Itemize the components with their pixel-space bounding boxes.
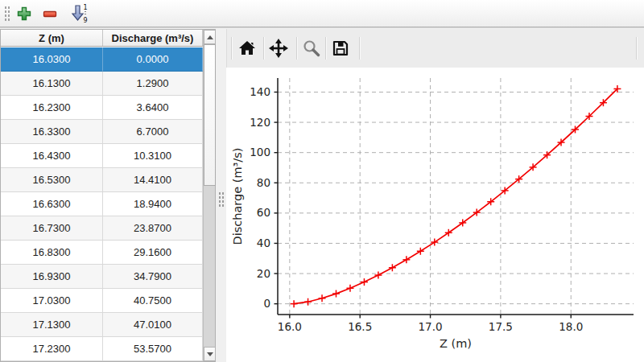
table-cell[interactable]: 53.5700 (103, 337, 203, 361)
toolbar-drag-handle[interactable] (4, 6, 10, 23)
remove-row-button[interactable] (39, 2, 61, 25)
scrollbar-thumb[interactable] (204, 44, 216, 186)
pan-icon (268, 38, 289, 59)
svg-text:16.5: 16.5 (348, 320, 372, 333)
magnifier-icon (302, 39, 321, 58)
zoom-button[interactable] (299, 35, 324, 61)
scroll-up-button[interactable] (204, 30, 216, 44)
table-cell[interactable]: 16.6300 (1, 192, 103, 216)
table-cell[interactable]: 16.8300 (1, 241, 103, 265)
plot-panel: 16.016.517.017.518.0020406080100120140Z … (226, 29, 644, 362)
table-row[interactable]: 16.930034.7900 (1, 265, 203, 289)
save-button[interactable] (328, 35, 353, 61)
table-cell[interactable]: 1.2900 (103, 72, 203, 96)
table-row[interactable]: 16.730023.8700 (1, 216, 203, 241)
svg-text:17.0: 17.0 (419, 320, 443, 333)
rating-curve-chart[interactable]: 16.016.517.017.518.0020406080100120140Z … (226, 68, 644, 362)
svg-text:100: 100 (250, 146, 270, 158)
table-scrollbar[interactable] (203, 30, 215, 361)
table-cell[interactable]: 0.0000 (103, 47, 203, 72)
table-row[interactable]: 17.030040.7500 (1, 289, 203, 313)
svg-text:9: 9 (83, 17, 87, 23)
table-cell[interactable]: 29.1600 (103, 241, 203, 265)
svg-text:0: 0 (263, 297, 270, 310)
table-cell[interactable]: 16.5300 (1, 168, 103, 192)
table-cell[interactable]: 17.0300 (1, 289, 103, 313)
table-row[interactable]: 16.13001.2900 (1, 72, 203, 96)
plus-icon (16, 6, 32, 22)
table-cell[interactable]: 16.2300 (1, 96, 103, 120)
scroll-down-button[interactable] (204, 347, 216, 361)
plot-toolbar (226, 29, 644, 68)
table-cell[interactable]: 3.6400 (103, 96, 203, 120)
table-row[interactable]: 17.130047.0100 (1, 313, 203, 337)
table-cell[interactable]: 14.4100 (103, 168, 203, 192)
table-cell[interactable]: 10.3100 (103, 144, 203, 168)
add-row-button[interactable] (13, 2, 35, 25)
home-button[interactable] (234, 35, 260, 61)
panel-splitter[interactable] (216, 29, 226, 362)
table-cell[interactable]: 16.4300 (1, 144, 103, 168)
table-cell[interactable]: 16.3300 (1, 120, 103, 144)
svg-text:Discharge (m³/s): Discharge (m³/s) (231, 148, 244, 245)
table-cell[interactable]: 6.7000 (103, 120, 203, 144)
svg-text:Z (m): Z (m) (440, 337, 472, 350)
toolbar-separator (359, 37, 360, 60)
sort-rows-button[interactable]: 1 9 (66, 2, 92, 25)
splitter-handle[interactable] (218, 191, 225, 208)
table-row[interactable]: 16.630018.9400 (1, 192, 203, 216)
svg-text:20: 20 (257, 267, 270, 280)
table-row[interactable]: 16.03000.0000 (1, 47, 203, 72)
table-row[interactable]: 16.530014.4100 (1, 168, 203, 192)
pan-button[interactable] (266, 35, 291, 61)
svg-text:120: 120 (250, 116, 270, 129)
table-header: Z (m) Discharge (m³/s) (1, 30, 203, 47)
minus-icon (42, 6, 58, 22)
table-body: 16.03000.000016.13001.290016.23003.64001… (1, 47, 203, 361)
up-arrow-icon (207, 35, 213, 39)
table-row[interactable]: 16.830029.1600 (1, 241, 203, 265)
svg-text:16.0: 16.0 (278, 320, 302, 333)
table-cell[interactable]: 17.1300 (1, 313, 103, 337)
svg-text:80: 80 (257, 176, 270, 189)
toolbar-separator (231, 37, 232, 60)
svg-text:1: 1 (83, 4, 87, 11)
table-cell[interactable]: 17.2300 (1, 337, 103, 361)
table-cell[interactable]: 16.1300 (1, 72, 103, 96)
svg-text:140: 140 (250, 85, 270, 98)
table-cell[interactable]: 23.8700 (103, 216, 203, 241)
table-row[interactable]: 16.23003.6400 (1, 96, 203, 120)
svg-text:40: 40 (257, 237, 270, 249)
stage-discharge-table: Z (m) Discharge (m³/s) 16.03000.000016.1… (0, 29, 216, 362)
chart-canvas[interactable]: 16.016.517.017.518.0020406080100120140Z … (226, 68, 644, 362)
table-row[interactable]: 16.33006.7000 (1, 120, 203, 144)
table-cell[interactable]: 34.7900 (103, 265, 203, 289)
svg-text:60: 60 (257, 206, 270, 219)
table-row[interactable]: 16.430010.3100 (1, 144, 203, 168)
svg-text:17.5: 17.5 (489, 320, 513, 333)
sort-numeric-ascending-icon: 1 9 (68, 4, 89, 23)
main-toolbar: 1 9 (0, 0, 644, 27)
toolbar-separator (636, 37, 637, 60)
table-cell[interactable]: 16.9300 (1, 265, 103, 289)
table-row[interactable]: 17.230053.5700 (1, 337, 203, 361)
toolbar-separator (325, 37, 326, 60)
toolbar-separator (296, 37, 297, 60)
column-header-z[interactable]: Z (m) (1, 30, 103, 46)
svg-text:18.0: 18.0 (559, 320, 583, 333)
down-arrow-icon (207, 352, 213, 356)
table-cell[interactable]: 40.7500 (103, 289, 203, 313)
table-cell[interactable]: 16.0300 (1, 47, 103, 72)
save-icon (331, 39, 350, 58)
home-icon (237, 39, 257, 58)
toolbar-separator (263, 37, 264, 60)
table-cell[interactable]: 18.9400 (103, 192, 203, 216)
table-cell[interactable]: 16.7300 (1, 216, 103, 241)
table-cell[interactable]: 47.0100 (103, 313, 203, 337)
column-header-discharge[interactable]: Discharge (m³/s) (103, 30, 203, 46)
